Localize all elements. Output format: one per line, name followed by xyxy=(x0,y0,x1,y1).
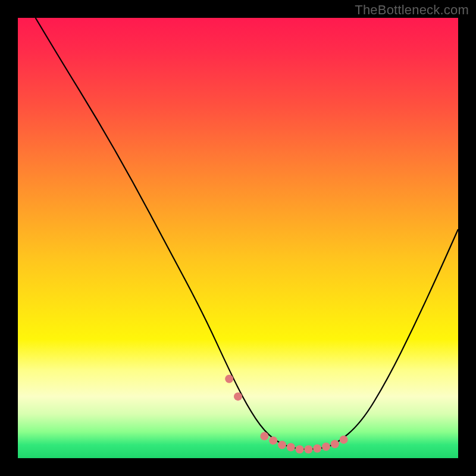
highlight-dot xyxy=(269,436,277,444)
highlight-dot xyxy=(278,441,286,449)
highlight-dot xyxy=(296,445,304,453)
highlight-dot xyxy=(340,436,348,444)
chart-frame: TheBottleneck.com xyxy=(0,0,476,476)
highlight-dot xyxy=(260,432,268,440)
highlight-dot xyxy=(322,443,330,451)
highlight-dot xyxy=(304,445,312,453)
plot-area xyxy=(18,18,458,458)
bottleneck-curve xyxy=(18,18,458,458)
watermark-text: TheBottleneck.com xyxy=(355,2,469,18)
highlight-dot xyxy=(234,392,242,400)
curve-line xyxy=(36,18,458,449)
highlight-dot xyxy=(313,444,321,453)
highlight-dot xyxy=(287,443,295,452)
highlight-dot xyxy=(331,440,339,448)
highlight-dots xyxy=(225,375,347,453)
highlight-dot xyxy=(225,375,233,383)
